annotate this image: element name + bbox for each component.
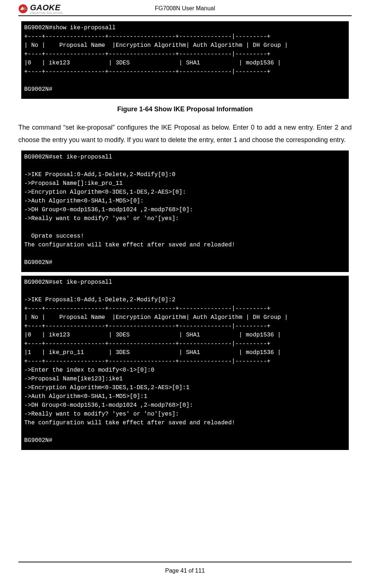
page-number: Page 41 of 111: [0, 567, 370, 574]
document-title: FG7008N User Manual: [18, 5, 352, 12]
terminal-set-ike-proposal-add: BG9002N#set ike-proposall ->IKE Proposal…: [21, 150, 349, 272]
term-line: BG9002N#: [24, 86, 52, 93]
term-line: +----+-----------------+----------------…: [24, 323, 270, 330]
term-line: +----+-----------------+----------------…: [24, 51, 270, 57]
figure-caption: Figure 1-64 Show IKE Proposal Informatio…: [18, 105, 352, 113]
term-line: ->DH Group<0-modp1536,1-modp1024 ,2-modp…: [24, 402, 193, 409]
term-line: ->DH Group<0-modp1536,1-modp1024 ,2-modp…: [24, 206, 193, 213]
term-line: ->Really want to modify? 'yes' or 'no'[y…: [24, 215, 179, 222]
term-line: ->IKE Proposal:0-Add,1-Delete,2-Modify[0…: [24, 297, 175, 303]
header-rule: [18, 15, 352, 16]
term-line: BG9002N#set ike-proposall: [24, 279, 112, 286]
paragraph: The command “set ike-proposal” configure…: [18, 121, 352, 146]
term-line: +----+-----------------+----------------…: [24, 358, 270, 365]
term-line: BG9002N#: [24, 259, 52, 266]
term-line: ->Encryption Algorithm<0-3DES,1-DES,2-AE…: [24, 189, 186, 196]
term-line: BG9002N#set ike-proposall: [24, 154, 112, 160]
term-line: ->Encryption Algorithm<0-3DES,1-DES,2-AE…: [24, 384, 189, 391]
terminal-set-ike-proposal-modify: BG9002N#set ike-proposall ->IKE Proposal…: [21, 276, 349, 450]
logo-brand: GAOKE: [30, 4, 63, 12]
term-line: |1 | ike_pro_11 | 3DES | SHA1 | modp1536…: [24, 349, 281, 356]
term-line: +----+-----------------+----------------…: [24, 68, 270, 75]
term-line: ->Auth Algorithm<0-SHA1,1-MD5>[0]:: [24, 198, 144, 204]
footer-rule: [18, 562, 352, 562]
logo-text: GAOKE CREATIVE SOLUTION: [30, 4, 63, 14]
term-line: +----+-----------------+----------------…: [24, 340, 270, 347]
logo-tagline: CREATIVE SOLUTION: [30, 12, 63, 14]
term-line: ->Proposal Name[]:ike_pro_11: [24, 180, 123, 187]
term-line: +----+-----------------+----------------…: [24, 305, 270, 312]
term-line: |0 | ike123 | 3DES | SHA1 | modp1536 |: [24, 60, 281, 66]
term-line: The configuration will take effect after…: [24, 242, 235, 248]
term-line: ->IKE Proposal:0-Add,1-Delete,2-Modify[0…: [24, 171, 175, 178]
page: GAOKE CREATIVE SOLUTION FG7008N User Man…: [0, 0, 370, 588]
term-line: +----+-----------------+----------------…: [24, 33, 270, 40]
term-line: ->Proposal Name[ike123]:ike1: [24, 376, 123, 382]
page-header: GAOKE CREATIVE SOLUTION FG7008N User Man…: [18, 0, 352, 15]
term-line: ->Enter the index to modify<0-1>[0]:0: [24, 367, 154, 373]
term-line: | No | Proposal Name |Encryption Algorit…: [24, 42, 288, 49]
term-line: BG9002N#show ike-proposall: [24, 25, 116, 31]
term-line: ->Auth Algorithm<0-SHA1,1-MD5>[0]:1: [24, 393, 147, 400]
brand-logo: GAOKE CREATIVE SOLUTION: [18, 4, 63, 14]
term-line: |0 | ike123 | 3DES | SHA1 | modp1536 |: [24, 332, 281, 338]
term-line: ->Really want to modify? 'yes' or 'no'[y…: [24, 411, 179, 417]
term-line: The configuration will take effect after…: [24, 420, 235, 426]
term-line: Oprate success!: [24, 233, 84, 239]
terminal-show-ike-proposal: BG9002N#show ike-proposall +----+-------…: [21, 21, 349, 99]
term-line: BG9002N#: [24, 437, 52, 444]
term-line: | No | Proposal Name |Encryption Algorit…: [24, 314, 288, 321]
logo-icon: [18, 4, 28, 14]
